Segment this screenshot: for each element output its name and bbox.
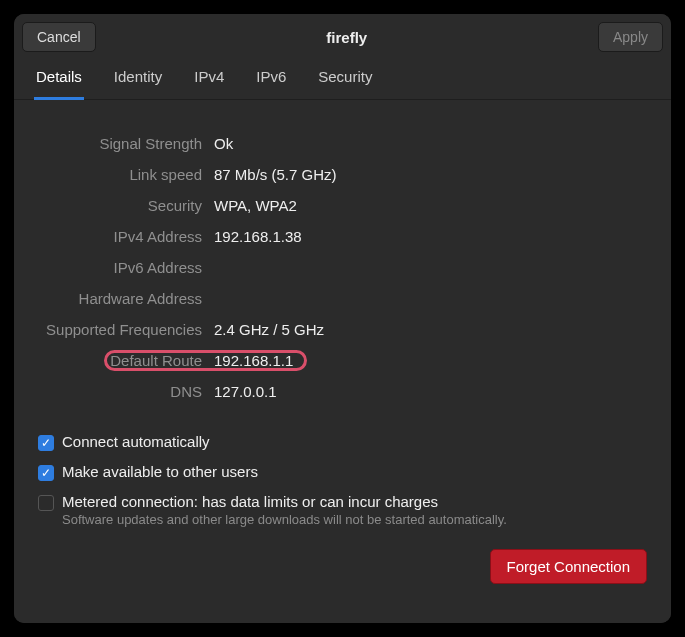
label-security: Security — [38, 197, 214, 214]
value-ipv4-address: 192.168.1.38 — [214, 228, 302, 245]
row-ipv4-address: IPv4 Address 192.168.1.38 — [38, 221, 647, 252]
value-link-speed: 87 Mb/s (5.7 GHz) — [214, 166, 337, 183]
label-default-route: Default Route — [38, 352, 214, 369]
value-dns: 127.0.0.1 — [214, 383, 277, 400]
label-ipv6-address: IPv6 Address — [38, 259, 214, 276]
value-default-route: 192.168.1.1 — [214, 352, 293, 369]
option-metered: Metered connection: has data limits or c… — [38, 493, 647, 527]
apply-button[interactable]: Apply — [598, 22, 663, 52]
label-share-users: Make available to other users — [62, 463, 258, 480]
row-signal-strength: Signal Strength Ok — [38, 128, 647, 159]
option-connect-automatically: ✓ Connect automatically — [38, 433, 647, 451]
tab-ipv6[interactable]: IPv6 — [254, 58, 288, 100]
tab-identity[interactable]: Identity — [112, 58, 164, 100]
value-signal-strength: Ok — [214, 135, 233, 152]
row-supported-frequencies: Supported Frequencies 2.4 GHz / 5 GHz — [38, 314, 647, 345]
label-hardware-address: Hardware Address — [38, 290, 214, 307]
row-ipv6-address: IPv6 Address — [38, 252, 647, 283]
tab-bar: Details Identity IPv4 IPv6 Security — [14, 58, 671, 100]
option-share-users: ✓ Make available to other users — [38, 463, 647, 481]
label-metered: Metered connection: has data limits or c… — [62, 493, 507, 510]
tab-details[interactable]: Details — [34, 58, 84, 100]
footer: Forget Connection — [38, 549, 647, 584]
checkbox-share-users[interactable]: ✓ — [38, 465, 54, 481]
sublabel-metered: Software updates and other large downloa… — [62, 512, 507, 527]
details-panel: Signal Strength Ok Link speed 87 Mb/s (5… — [14, 100, 671, 623]
window-title: firefly — [96, 29, 598, 46]
forget-connection-button[interactable]: Forget Connection — [490, 549, 647, 584]
label-link-speed: Link speed — [38, 166, 214, 183]
label-supported-frequencies: Supported Frequencies — [38, 321, 214, 338]
connection-dialog: Cancel firefly Apply Details Identity IP… — [14, 14, 671, 623]
tab-security[interactable]: Security — [316, 58, 374, 100]
label-dns: DNS — [38, 383, 214, 400]
row-link-speed: Link speed 87 Mb/s (5.7 GHz) — [38, 159, 647, 190]
titlebar: Cancel firefly Apply — [14, 14, 671, 58]
value-supported-frequencies: 2.4 GHz / 5 GHz — [214, 321, 324, 338]
label-signal-strength: Signal Strength — [38, 135, 214, 152]
row-hardware-address: Hardware Address — [38, 283, 647, 314]
cancel-button[interactable]: Cancel — [22, 22, 96, 52]
label-ipv4-address: IPv4 Address — [38, 228, 214, 245]
tab-ipv4[interactable]: IPv4 — [192, 58, 226, 100]
row-dns: DNS 127.0.0.1 — [38, 376, 647, 407]
checkbox-connect-automatically[interactable]: ✓ — [38, 435, 54, 451]
row-security: Security WPA, WPA2 — [38, 190, 647, 221]
checkbox-metered[interactable] — [38, 495, 54, 511]
value-security: WPA, WPA2 — [214, 197, 297, 214]
options-section: ✓ Connect automatically ✓ Make available… — [38, 433, 647, 527]
label-connect-automatically: Connect automatically — [62, 433, 210, 450]
row-default-route: Default Route 192.168.1.1 — [38, 345, 647, 376]
